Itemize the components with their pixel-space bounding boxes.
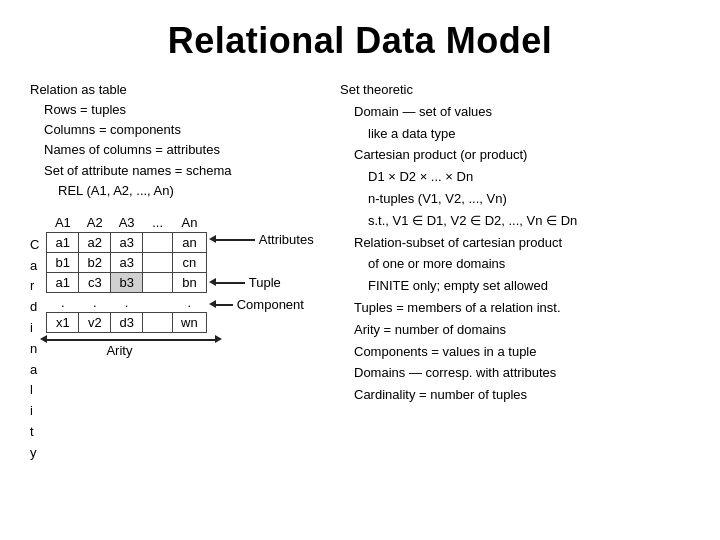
right-line-4: D1 × D2 × ... × Dn — [340, 167, 690, 188]
right-line-1: Domain — set of values — [340, 102, 690, 123]
arity-arrow-row — [46, 339, 216, 341]
cell-a2-1: a2 — [79, 232, 111, 252]
right-line-8: of one or more domains — [340, 254, 690, 275]
cell-dots-5 — [143, 312, 173, 332]
relation-as-table-heading: Relation as table — [30, 80, 330, 100]
cell-a3-2: a3 — [111, 252, 143, 272]
left-text-block: Relation as table Rows = tuples Columns … — [30, 80, 330, 201]
cell-d3-5: d3 — [111, 312, 143, 332]
table-row-dots: . . . . — [47, 292, 206, 312]
cell-a1-3: a1 — [47, 272, 79, 292]
attributes-label-row: Attributes — [215, 230, 314, 250]
cell-b3-3-highlighted: b3 — [111, 272, 143, 292]
component-label-row: Component — [215, 294, 314, 316]
left-section: Relation as table Rows = tuples Columns … — [30, 80, 330, 464]
page: Relational Data Model Relation as table … — [0, 0, 720, 540]
right-line-10: Tuples = members of a relation inst. — [340, 298, 690, 319]
cell-cn-2: cn — [173, 252, 207, 272]
cell-a3-1: a3 — [111, 232, 143, 252]
table-and-labels: A1 A2 A3 ... An a1 — [46, 213, 313, 358]
arity-right-arrowhead — [215, 335, 222, 343]
cell-a1-1: a1 — [47, 232, 79, 252]
table-row: a1 c3 b3 bn — [47, 272, 206, 292]
columns-components: Columns = components — [30, 120, 330, 140]
tuple-arrowhead — [209, 278, 216, 286]
right-line-5: n-tuples (V1, V2, ..., Vn) — [340, 189, 690, 210]
col-dots-h: ... — [143, 213, 173, 233]
cell-v2-5: v2 — [79, 312, 111, 332]
tuple-label-row: Tuple — [215, 272, 314, 294]
right-section: Set theoretic Domain — set of values lik… — [340, 80, 690, 464]
cell-dot-4-5: . — [173, 292, 207, 312]
right-line-0: Set theoretic — [340, 80, 690, 101]
cell-dot-4-1: . — [47, 292, 79, 312]
names-attributes: Names of columns = attributes — [30, 140, 330, 160]
col-a3: A3 — [111, 213, 143, 233]
cell-an-1: an — [173, 232, 207, 252]
relation-table: A1 A2 A3 ... An a1 — [46, 213, 206, 333]
attributes-row: A1 A2 A3 ... An a1 — [46, 213, 313, 333]
cell-wn-5: wn — [173, 312, 207, 332]
right-line-14: Cardinality = number of tuples — [340, 385, 690, 406]
main-content: Relation as table Rows = tuples Columns … — [30, 80, 690, 464]
right-line-3: Cartesian product (or product) — [340, 145, 690, 166]
right-line-2: like a data type — [340, 124, 690, 145]
col-a2: A2 — [79, 213, 111, 233]
cell-dot-4-3: . — [111, 292, 143, 312]
table-row: x1 v2 d3 wn — [47, 312, 206, 332]
cell-b1-2: b1 — [47, 252, 79, 272]
tuple-label: Tuple — [249, 275, 281, 290]
right-line-9: FINITE only; empty set allowed — [340, 276, 690, 297]
cell-b2-2: b2 — [79, 252, 111, 272]
cell-dots-1 — [143, 232, 173, 252]
side-labels: Attributes Tuple — [215, 230, 314, 316]
tuple-arrow-line — [215, 282, 245, 284]
table-row: b1 b2 a3 cn — [47, 252, 206, 272]
attributes-arrow-line — [215, 239, 255, 241]
right-line-7: Relation-subset of cartesian product — [340, 233, 690, 254]
cell-dot-4-4 — [143, 292, 173, 312]
cardinality-label: C a r d i n a l i t y — [30, 235, 40, 464]
rows-tuples: Rows = tuples — [30, 100, 330, 120]
page-title: Relational Data Model — [30, 20, 690, 62]
cell-bn-3: bn — [173, 272, 207, 292]
attributes-label: Attributes — [259, 232, 314, 247]
set-schema: Set of attribute names = schema — [30, 161, 330, 181]
arity-left-arrowhead — [40, 335, 47, 343]
col-a1: A1 — [47, 213, 79, 233]
component-label: Component — [237, 297, 304, 312]
table-row: a1 a2 a3 an — [47, 232, 206, 252]
arity-section: Arity — [46, 339, 216, 358]
cell-dots-3 — [143, 272, 173, 292]
attributes-arrowhead — [209, 235, 216, 243]
table-header-row: A1 A2 A3 ... An — [47, 213, 206, 233]
cell-x1-5: x1 — [47, 312, 79, 332]
cell-dot-4-2: . — [79, 292, 111, 312]
arity-arrow-body — [46, 339, 216, 341]
arity-label: Arity — [106, 343, 132, 358]
right-line-12: Components = values in a tuple — [340, 342, 690, 363]
col-an: An — [173, 213, 207, 233]
component-arrowhead — [209, 300, 216, 308]
cell-c3-3: c3 — [79, 272, 111, 292]
cell-dots-2 — [143, 252, 173, 272]
table-section: C a r d i n a l i t y — [30, 213, 330, 464]
right-line-11: Arity = number of domains — [340, 320, 690, 341]
rel-schema: REL (A1, A2, ..., An) — [30, 181, 330, 201]
right-line-6: s.t., V1 ∈ D1, V2 ∈ D2, ..., Vn ∈ Dn — [340, 211, 690, 232]
component-arrow-line — [215, 304, 233, 306]
right-line-13: Domains — corresp. with attributes — [340, 363, 690, 384]
